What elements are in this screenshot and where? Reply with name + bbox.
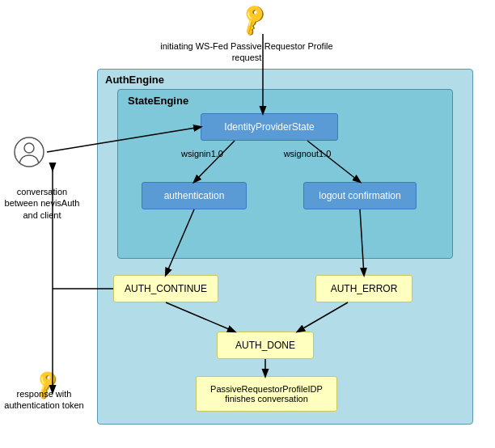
- svg-point-1: [24, 143, 34, 153]
- identity-provider-state-node: IdentityProviderState: [201, 113, 338, 141]
- auth-continue-node: AUTH_CONTINUE: [113, 275, 218, 302]
- wsignout-label: wsignout1.0: [275, 148, 340, 159]
- conversation-label: conversation between nevisAuth and clien…: [2, 186, 82, 221]
- wsignin-label: wsignin1.0: [170, 148, 235, 159]
- key-icon-top: 🔑: [235, 1, 273, 38]
- svg-point-0: [15, 137, 44, 167]
- logout-confirmation-node: logout confirmation: [303, 182, 417, 209]
- initiating-request-label: initiating WS-Fed Passive Requestor Prof…: [158, 40, 336, 64]
- auth-done-node: AUTH_DONE: [217, 332, 314, 359]
- diagram-container: AuthEngine StateEngine 🔑 initiating WS-F…: [0, 0, 495, 448]
- auth-error-node: AUTH_ERROR: [315, 275, 412, 302]
- state-engine-label: StateEngine: [128, 95, 188, 107]
- passive-requestor-node: PassiveRequestorProfileIDP finishes conv…: [196, 376, 337, 412]
- auth-engine-label: AuthEngine: [105, 74, 164, 86]
- response-label: response with authentication token: [2, 388, 87, 412]
- person-icon: [13, 136, 45, 175]
- authentication-node: authentication: [142, 182, 247, 209]
